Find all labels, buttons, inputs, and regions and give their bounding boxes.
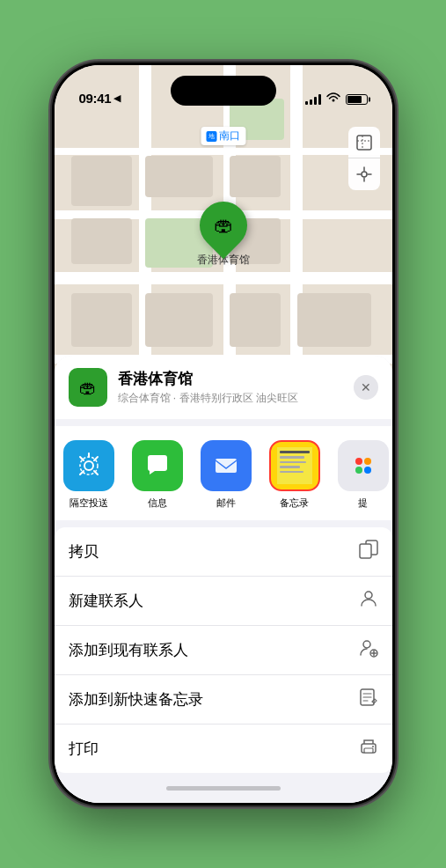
map-type-button[interactable]	[348, 127, 380, 158]
location-address: 综合体育馆 · 香港特别行政区 油尖旺区	[118, 391, 343, 406]
action-add-note[interactable]: 添加到新快速备忘录	[55, 675, 392, 725]
status-icons	[305, 92, 368, 106]
more-icon	[338, 440, 389, 491]
phone-frame: 09:41 ◀	[52, 63, 395, 805]
svg-rect-19	[364, 748, 373, 753]
share-item-more[interactable]: 提	[329, 440, 392, 510]
mail-icon	[201, 440, 252, 491]
location-label: 地 南口	[201, 127, 245, 145]
notes-label: 备忘录	[280, 497, 309, 510]
bottom-sheet: 🏟 香港体育馆 综合体育馆 · 香港特别行政区 油尖旺区 ✕	[55, 356, 392, 803]
add-existing-label: 添加到现有联系人	[69, 640, 188, 660]
location-name: 香港体育馆	[118, 369, 343, 389]
share-item-mail[interactable]: 邮件	[192, 440, 260, 510]
pin-bubble: 🏟	[189, 192, 256, 259]
signal-bar-2	[310, 99, 312, 105]
svg-rect-10	[360, 544, 371, 558]
add-note-label: 添加到新快速备忘录	[69, 689, 203, 710]
svg-rect-8	[216, 459, 237, 473]
new-contact-icon	[359, 589, 378, 613]
copy-label: 拷贝	[69, 541, 99, 562]
mail-label: 邮件	[216, 497, 236, 510]
svg-point-6	[84, 461, 93, 470]
label-square-icon: 地	[206, 131, 216, 142]
print-icon	[359, 737, 378, 761]
share-item-notes[interactable]: 备忘录	[260, 440, 329, 510]
signal-bar-3	[314, 97, 317, 105]
location-info: 香港体育馆 综合体育馆 · 香港特别行政区 油尖旺区	[118, 369, 343, 406]
action-add-existing[interactable]: 添加到现有联系人	[55, 626, 392, 675]
phone-inner: 09:41 ◀	[55, 65, 392, 803]
svg-rect-0	[357, 136, 371, 150]
map-pin: 🏟 香港体育馆	[197, 202, 250, 268]
location-venue-icon: 🏟	[69, 368, 107, 407]
share-row: 隔空投送 信息	[55, 426, 392, 520]
svg-point-11	[365, 592, 372, 599]
add-existing-icon	[359, 638, 378, 662]
notes-icon	[269, 440, 320, 491]
pin-icon: 🏟	[214, 214, 233, 237]
svg-point-1	[362, 172, 367, 177]
share-item-airdrop[interactable]: 隔空投送	[55, 440, 123, 510]
home-indicator	[166, 786, 281, 791]
copy-icon	[359, 540, 378, 563]
signal-bar-4	[318, 94, 321, 105]
action-print[interactable]: 打印	[55, 725, 392, 773]
battery-icon	[346, 94, 368, 105]
print-label: 打印	[69, 739, 99, 759]
home-indicator-area	[55, 773, 392, 803]
signal-bar-1	[305, 101, 308, 105]
new-contact-label: 新建联系人	[69, 591, 143, 611]
more-label: 提	[358, 497, 368, 510]
close-button[interactable]: ✕	[354, 375, 378, 400]
action-list: 拷贝 新建联系人	[55, 527, 392, 773]
share-item-messages[interactable]: 信息	[123, 440, 192, 510]
dynamic-island	[171, 76, 276, 106]
action-copy[interactable]: 拷贝	[55, 527, 392, 577]
messages-label: 信息	[148, 497, 167, 510]
svg-point-20	[372, 746, 374, 747]
messages-icon	[132, 440, 183, 491]
location-card: 🏟 香港体育馆 综合体育馆 · 香港特别行政区 油尖旺区 ✕	[55, 356, 392, 419]
svg-point-12	[363, 641, 370, 648]
airdrop-icon	[63, 440, 114, 491]
battery-fill	[347, 96, 362, 103]
wifi-icon	[326, 92, 340, 106]
action-new-contact[interactable]: 新建联系人	[55, 577, 392, 626]
airdrop-label: 隔空投送	[69, 497, 108, 510]
location-button[interactable]	[348, 158, 380, 190]
status-time: 09:41	[79, 91, 112, 106]
map-controls	[348, 127, 380, 190]
location-icon: ◀	[113, 92, 121, 104]
add-note-icon	[359, 688, 378, 711]
signal-bars	[305, 94, 321, 105]
